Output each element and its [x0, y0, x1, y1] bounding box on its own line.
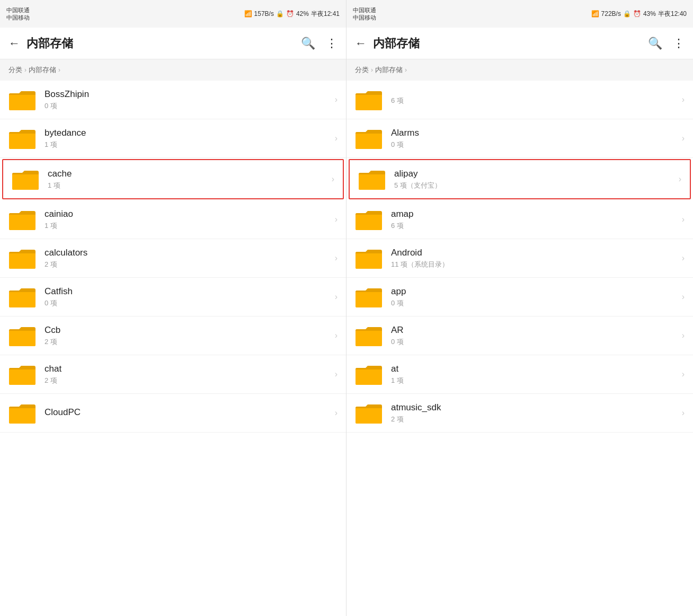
file-name: atmusic_sdk — [391, 402, 682, 413]
list-item[interactable]: calculators 2 项 › — [0, 239, 346, 278]
file-meta: 1 项 — [45, 140, 335, 149]
breadcrumb-item-1-left[interactable]: 分类 — [8, 65, 22, 75]
file-meta: 0 项 — [391, 337, 682, 347]
back-button-left[interactable]: ← — [8, 37, 20, 50]
folder-icon — [8, 324, 36, 347]
time-right: 半夜12:40 — [658, 10, 687, 19]
breadcrumb-arrow-1-right: › — [371, 66, 373, 74]
file-info: alipay 5 项（支付宝） — [394, 169, 679, 190]
file-name: amap — [391, 209, 682, 219]
search-icon-right[interactable]: 🔍 — [648, 37, 662, 50]
list-item[interactable]: chat 2 项 › — [0, 355, 346, 394]
title-bar-right: ← 内部存储 🔍 ⋮ — [346, 28, 693, 59]
file-info: at 1 项 — [391, 364, 682, 385]
list-item[interactable]: BossZhipin 0 项 › — [0, 81, 346, 119]
list-item[interactable]: at 1 项 › — [346, 355, 693, 394]
svg-rect-31 — [356, 331, 382, 346]
title-actions-left: 🔍 ⋮ — [301, 37, 337, 50]
list-item[interactable]: app 0 项 › — [346, 278, 693, 316]
svg-rect-33 — [356, 369, 382, 385]
search-icon-left[interactable]: 🔍 — [301, 37, 315, 50]
file-info: Catfish 0 项 — [45, 286, 335, 308]
time-left: 半夜12:41 — [311, 10, 340, 19]
folder-icon — [355, 285, 383, 309]
folder-icon — [8, 247, 36, 270]
svg-rect-23 — [359, 174, 385, 190]
file-info: cainiao 1 项 — [45, 209, 335, 231]
list-item[interactable]: Catfish 0 项 › — [0, 278, 346, 316]
file-name: Ccb — [45, 325, 335, 336]
file-meta: 11 项（系统目录） — [391, 260, 682, 269]
back-button-right[interactable]: ← — [355, 37, 367, 50]
list-item[interactable]: cache 1 项 › — [2, 159, 344, 199]
folder-icon — [12, 168, 39, 191]
breadcrumb-item-2-right[interactable]: 内部存储 — [375, 65, 403, 75]
list-item[interactable]: Android 11 项（系统目录） › — [346, 239, 693, 278]
file-name: calculators — [45, 248, 335, 258]
file-info: CloudPC — [45, 407, 335, 419]
file-meta: 5 项（支付宝） — [394, 181, 679, 190]
chevron-right-icon: › — [335, 134, 337, 143]
folder-icon — [355, 401, 383, 425]
folder-icon — [8, 363, 36, 386]
folder-icon — [8, 208, 36, 231]
folder-icon — [8, 88, 36, 111]
file-meta: 0 项 — [391, 140, 682, 149]
svg-rect-19 — [356, 95, 382, 110]
more-icon-right[interactable]: ⋮ — [673, 37, 685, 50]
file-name: chat — [45, 364, 335, 374]
svg-rect-29 — [356, 292, 382, 307]
svg-rect-35 — [356, 408, 382, 424]
list-item[interactable]: amap 6 项 › — [346, 200, 693, 239]
file-meta: 0 项 — [45, 298, 335, 308]
file-list-right: 6 项 › Alarms 0 项 › alipay 5 项（支付宝） — [346, 81, 693, 616]
chevron-right-icon: › — [335, 331, 337, 340]
svg-rect-3 — [9, 134, 35, 149]
right-panel: 中国联通 中国移动 📶 722B/s 🔒 ⏰ 43% 半夜12:40 ← 内部存… — [346, 0, 693, 616]
chevron-right-icon: › — [335, 292, 337, 302]
list-item[interactable]: cainiao 1 项 › — [0, 200, 346, 239]
battery-left: 42% — [296, 10, 309, 17]
file-meta: 2 项 — [45, 260, 335, 269]
file-name: cainiao — [45, 209, 335, 219]
file-name: Android — [391, 248, 682, 258]
svg-rect-5 — [12, 174, 39, 190]
more-icon-left[interactable]: ⋮ — [326, 37, 337, 50]
status-bar-left: 中国联通 中国移动 📶 157B/s 🔒 ⏰ 42% 半夜12:41 — [0, 0, 346, 28]
chevron-right-icon: › — [335, 408, 337, 418]
file-name: BossZhipin — [45, 89, 335, 100]
svg-rect-15 — [9, 369, 35, 385]
status-bar-right: 中国联通 中国移动 📶 722B/s 🔒 ⏰ 43% 半夜12:40 — [346, 0, 693, 28]
chevron-right-icon: › — [682, 408, 685, 418]
file-list-left: BossZhipin 0 项 › bytedance 1 项 › cac — [0, 81, 346, 616]
list-item[interactable]: Alarms 0 项 › — [346, 119, 693, 158]
chevron-right-icon: › — [682, 134, 685, 143]
file-info: calculators 2 项 — [45, 248, 335, 269]
folder-icon — [355, 127, 383, 150]
file-meta: 6 项 — [391, 96, 682, 105]
list-item[interactable]: Ccb 2 项 › — [0, 316, 346, 355]
breadcrumb-item-1-right[interactable]: 分类 — [355, 65, 369, 75]
list-item[interactable]: bytedance 1 项 › — [0, 119, 346, 158]
list-item[interactable]: atmusic_sdk 2 项 › — [346, 394, 693, 433]
alarm-icon-right: ⏰ — [633, 10, 641, 17]
left-panel: 中国联通 中国移动 📶 157B/s 🔒 ⏰ 42% 半夜12:41 ← 内部存… — [0, 0, 346, 616]
list-item[interactable]: CloudPC › — [0, 394, 346, 433]
file-meta: 0 项 — [391, 298, 682, 308]
list-item[interactable]: alipay 5 项（支付宝） › — [349, 159, 691, 199]
file-info: Android 11 项（系统目录） — [391, 248, 682, 269]
svg-rect-13 — [9, 331, 35, 346]
breadcrumb-item-2-left[interactable]: 内部存储 — [29, 65, 56, 75]
chevron-right-icon: › — [682, 292, 685, 302]
file-meta: 1 项 — [45, 221, 335, 231]
list-item[interactable]: 6 项 › — [346, 81, 693, 119]
svg-rect-7 — [9, 215, 35, 230]
file-info: AR 0 项 — [391, 325, 682, 347]
list-item[interactable]: AR 0 项 › — [346, 316, 693, 355]
file-info: 6 项 — [391, 94, 682, 105]
alarm-icon-left: ⏰ — [286, 10, 294, 17]
file-name: CloudPC — [45, 407, 335, 418]
status-right-left: 📶 157B/s 🔒 ⏰ 42% 半夜12:41 — [244, 10, 340, 19]
file-info: atmusic_sdk 2 项 — [391, 402, 682, 424]
page-title-left: 内部存储 — [26, 36, 301, 51]
